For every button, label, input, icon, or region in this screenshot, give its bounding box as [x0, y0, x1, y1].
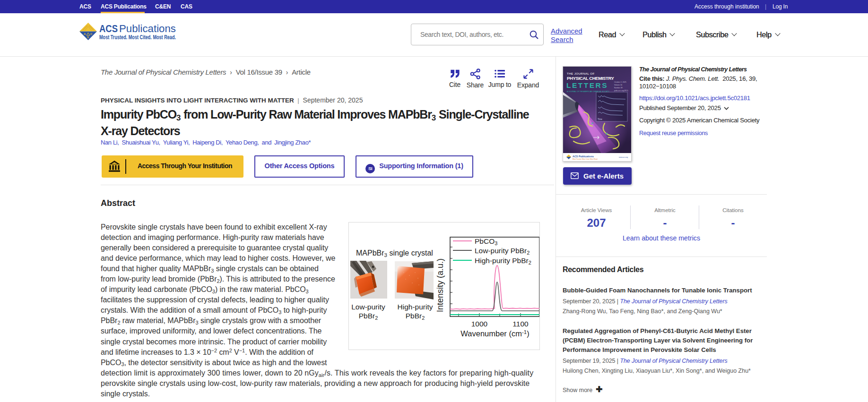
svg-text:THE JOURNAL OF: THE JOURNAL OF — [567, 72, 595, 75]
svg-text:Low-purity PbBr2: Low-purity PbBr2 — [475, 247, 529, 256]
svg-text:www.acs.org: www.acs.org — [619, 156, 628, 158]
svg-text:A JOURNAL OF THE AMERICAN CHEM: A JOURNAL OF THE AMERICAN CHEMICAL SOCIE… — [567, 91, 610, 93]
svg-text:Wavenumber (cm-1): Wavenumber (cm-1) — [460, 329, 529, 338]
svg-text:pubs.acs.org/JPCL: pubs.acs.org/JPCL — [614, 90, 628, 92]
svg-text:PHYSICAL CHEMISTRY: PHYSICAL CHEMISTRY — [567, 76, 615, 81]
svg-text:High-purity PbBr2: High-purity PbBr2 — [475, 257, 531, 265]
svg-text:Low-purity: Low-purity — [351, 303, 385, 311]
svg-text:PbCO3: PbCO3 — [475, 237, 497, 246]
svg-text:PbBr2: PbBr2 — [406, 312, 425, 321]
svg-text:1000: 1000 — [471, 320, 488, 328]
svg-text:A: A — [84, 33, 86, 35]
svg-text:Publications: Publications — [119, 23, 176, 34]
svg-text:Most Trusted. Most Cited. Most: Most Trusted. Most Cited. Most Read. — [99, 34, 176, 41]
svg-text:MAPbBr3 single crystal: MAPbBr3 single crystal — [356, 249, 433, 258]
svg-text:Volume 16: Volume 16 — [614, 84, 622, 86]
svg-text:S: S — [87, 36, 89, 39]
svg-text:PbBr2: PbBr2 — [359, 312, 378, 321]
svg-text:Number 39: Number 39 — [614, 87, 623, 89]
svg-text:1100: 1100 — [512, 320, 529, 328]
svg-text:ACS Publications: ACS Publications — [573, 155, 594, 158]
svg-text:October 2, 2025: October 2, 2025 — [614, 81, 626, 83]
svg-text:Time: Time — [598, 118, 602, 120]
svg-text:C: C — [90, 33, 93, 35]
svg-text:Intensity (a.u.): Intensity (a.u.) — [435, 258, 445, 312]
svg-text:ACS: ACS — [99, 23, 118, 34]
svg-text:High-purity: High-purity — [398, 303, 433, 311]
svg-text:LETTERS: LETTERS — [566, 81, 608, 89]
svg-text:Most Trusted. Most Cited. Most: Most Trusted. Most Cited. Most Read. — [573, 158, 598, 160]
